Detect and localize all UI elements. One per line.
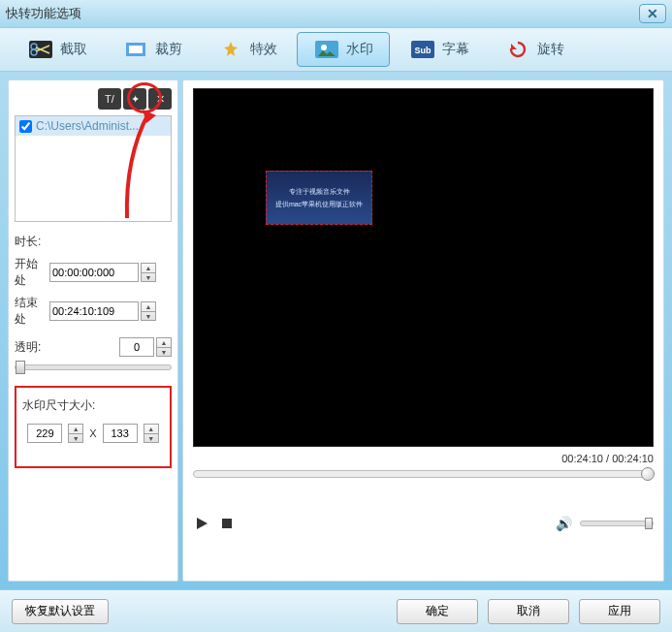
size-separator: X [89, 427, 96, 439]
end-time-input[interactable] [49, 301, 139, 321]
cancel-button[interactable]: 取消 [488, 599, 569, 624]
sparkle-small-icon: ✦ [131, 93, 140, 106]
svg-point-8 [321, 45, 327, 50]
crop-icon [122, 39, 149, 60]
watermark-icon [313, 39, 340, 60]
volume-thumb[interactable] [645, 518, 653, 529]
time-current: 00:24:10 [561, 453, 603, 464]
watermark-overlay[interactable]: 专注于视频音乐文件 提供mac苹果机使用版正软件 [266, 171, 372, 225]
watermark-toolbar: T/ ✦ ✕ [15, 88, 172, 110]
end-time-spinner[interactable]: ▲▼ [141, 301, 156, 321]
text-watermark-button[interactable]: T/ [98, 88, 121, 110]
seek-thumb[interactable] [641, 467, 655, 481]
watermark-width-spinner[interactable]: ▲▼ [68, 424, 83, 443]
tab-trim[interactable]: 裁剪 [107, 33, 198, 66]
start-time-input[interactable] [49, 263, 139, 282]
volume-button[interactable]: 🔊 [556, 516, 572, 531]
file-checkbox[interactable] [19, 120, 32, 133]
tab-watermark-label: 水印 [346, 41, 373, 58]
opacity-input[interactable] [119, 337, 154, 357]
stop-icon [221, 518, 233, 529]
svg-rect-6 [129, 46, 143, 53]
ok-button[interactable]: 确定 [397, 599, 478, 624]
right-panel: 专注于视频音乐文件 提供mac苹果机使用版正软件 00:24:10 / 00:2… [182, 79, 664, 582]
close-button[interactable]: ✕ [639, 4, 666, 23]
file-path-label: C:\Users\Administ... [36, 119, 139, 133]
start-label: 开始处 [15, 256, 48, 289]
scissors-icon [27, 39, 54, 60]
start-time-spinner[interactable]: ▲▼ [141, 263, 156, 282]
file-item[interactable]: C:\Users\Administ... [16, 116, 171, 136]
opacity-spinner[interactable]: ▲▼ [156, 337, 172, 357]
end-label: 结束处 [15, 295, 48, 328]
tab-crop[interactable]: 截取 [12, 33, 103, 66]
subtitle-icon: Sub [409, 39, 436, 60]
tab-effect-label: 特效 [250, 41, 277, 58]
watermark-text-line2: 提供mac苹果机使用版正软件 [275, 200, 363, 209]
delete-watermark-button[interactable]: ✕ [148, 88, 172, 110]
watermark-file-list: C:\Users\Administ... [15, 115, 172, 222]
x-icon: ✕ [156, 93, 165, 106]
watermark-size-label: 水印尺寸大小: [22, 397, 164, 414]
tab-watermark[interactable]: 水印 [297, 32, 390, 67]
footer: 恢复默认设置 确定 取消 应用 [0, 589, 672, 632]
rotate-icon [504, 39, 531, 60]
opacity-label: 透明: [15, 339, 48, 356]
opacity-slider[interactable] [15, 364, 172, 370]
tab-effect[interactable]: 特效 [202, 33, 293, 66]
close-icon: ✕ [647, 6, 658, 21]
watermark-height-input[interactable] [103, 424, 138, 443]
apply-button[interactable]: 应用 [579, 599, 660, 624]
left-panel: T/ ✦ ✕ C:\Users\Administ... [8, 79, 178, 582]
content: T/ ✦ ✕ C:\Users\Administ... [0, 72, 672, 589]
watermark-text-line1: 专注于视频音乐文件 [289, 187, 350, 197]
tab-subtitle-label: 字幕 [442, 41, 469, 58]
tab-crop-label: 截取 [60, 41, 87, 58]
stop-button[interactable] [218, 515, 236, 532]
watermark-height-spinner[interactable]: ▲▼ [144, 424, 159, 443]
tabs-bar: 截取 裁剪 特效 水印 Sub 字幕 [0, 27, 672, 72]
watermark-width-input[interactable] [27, 424, 62, 443]
volume-slider[interactable] [580, 521, 654, 526]
tab-trim-label: 裁剪 [155, 41, 182, 58]
speaker-icon: 🔊 [556, 516, 572, 531]
tab-subtitle[interactable]: Sub 字幕 [394, 33, 485, 66]
image-watermark-button[interactable]: ✦ [123, 88, 146, 110]
play-icon [195, 517, 208, 530]
titlebar: 快转功能选项 ✕ [0, 0, 672, 27]
time-display: 00:24:10 / 00:24:10 [193, 453, 654, 464]
time-total: 00:24:10 [612, 453, 654, 464]
duration-section: 时长: 开始处 ▲▼ 结束处 ▲▼ 透明: ▲▼ [15, 234, 172, 370]
tab-rotate[interactable]: 旋转 [489, 33, 580, 66]
window-title: 快转功能选项 [6, 5, 81, 22]
svg-rect-11 [222, 519, 232, 528]
video-preview[interactable]: 专注于视频音乐文件 提供mac苹果机使用版正软件 [193, 88, 654, 447]
restore-defaults-button[interactable]: 恢复默认设置 [12, 599, 109, 624]
playback-controls: 🔊 [193, 515, 654, 532]
text-icon: T/ [105, 93, 114, 105]
watermark-size-section: 水印尺寸大小: ▲▼ X ▲▼ [15, 386, 172, 468]
sparkle-icon [217, 39, 244, 60]
svg-text:Sub: Sub [415, 46, 432, 55]
seek-slider[interactable] [193, 470, 654, 478]
opacity-slider-thumb[interactable] [16, 361, 25, 374]
duration-label: 时长: [15, 234, 172, 250]
window: 快转功能选项 ✕ 截取 裁剪 特效 水印 [0, 0, 672, 632]
tab-rotate-label: 旋转 [537, 41, 564, 58]
play-button[interactable] [193, 515, 210, 532]
